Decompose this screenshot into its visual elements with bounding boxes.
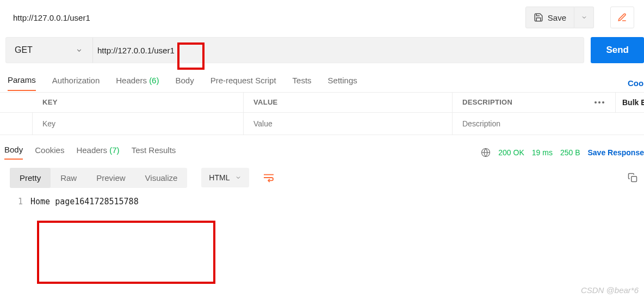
row-pad [0,113,33,135]
tab-headers[interactable]: Headers (6) [116,76,159,90]
view-pretty[interactable]: Pretty [10,168,51,188]
tab-body[interactable]: Body [175,76,194,90]
col-key: KEY [33,93,244,112]
watermark: CSDN @bear*6 [581,285,639,295]
view-preview[interactable]: Preview [86,168,135,188]
status-code: 200 OK [498,148,524,157]
chevron-down-icon [235,174,242,181]
resp-headers-count: (7) [109,145,119,155]
chevron-down-icon [76,47,83,54]
status-size: 250 B [560,148,580,157]
edit-button[interactable] [610,7,634,28]
tab-headers-label: Headers [116,76,147,85]
cookies-link[interactable]: Cookies [628,78,644,88]
col-description: DESCRIPTION [453,93,583,112]
method-select[interactable]: GET [6,38,93,63]
save-icon [534,13,543,22]
svg-rect-6 [631,177,637,182]
send-button[interactable]: Send [591,37,644,63]
tab-settings[interactable]: Settings [328,76,357,90]
tab-tests[interactable]: Tests [293,76,312,90]
format-select[interactable]: HTML [201,168,249,187]
resp-tab-cookies[interactable]: Cookies [35,145,64,159]
resp-tab-headers[interactable]: Headers (7) [76,145,119,159]
resp-tab-body[interactable]: Body [4,145,23,160]
save-button[interactable]: Save [525,7,574,28]
method-value: GET [15,45,33,55]
param-key-input[interactable] [33,113,243,135]
save-response-link[interactable]: Save Response [588,148,645,157]
line-number: 1 [0,197,30,206]
bulk-edit-button[interactable]: Bulk Edit [616,93,644,112]
param-value-input[interactable] [244,113,452,135]
annotation-box [37,221,215,284]
chevron-down-icon [581,14,587,21]
resp-tab-testresults[interactable]: Test Results [132,145,176,159]
view-raw[interactable]: Raw [51,168,86,188]
param-desc-input[interactable] [453,113,644,135]
wrap-lines-button[interactable] [259,167,278,188]
svg-point-0 [595,101,597,104]
svg-point-2 [602,101,604,104]
tab-prerequest[interactable]: Pre-request Script [210,76,276,90]
url-input[interactable] [93,38,584,63]
tab-params[interactable]: Params [8,75,36,91]
tab-headers-count: (6) [149,76,159,85]
wrap-icon [263,173,275,183]
format-value: HTML [209,173,230,182]
view-visualize[interactable]: Visualize [135,168,188,188]
pencil-icon [617,13,627,22]
save-label: Save [548,13,566,22]
resp-headers-label: Headers [76,145,107,155]
copy-icon [628,173,637,183]
response-body-line: Home page1641728515788 [30,197,139,206]
copy-button[interactable] [624,169,641,186]
tab-authorization[interactable]: Authorization [52,76,100,90]
more-options-button[interactable] [583,93,616,112]
request-title: http://127.0.0.1/user1 [13,13,525,22]
view-mode-group: Pretty Raw Preview Visualize [10,168,187,188]
save-dropdown-button[interactable] [574,7,594,28]
svg-point-1 [598,101,600,104]
kebab-icon [595,101,604,104]
globe-icon[interactable] [481,148,491,157]
status-time: 19 ms [532,148,553,157]
col-value: VALUE [244,93,453,112]
params-pad [0,93,33,112]
